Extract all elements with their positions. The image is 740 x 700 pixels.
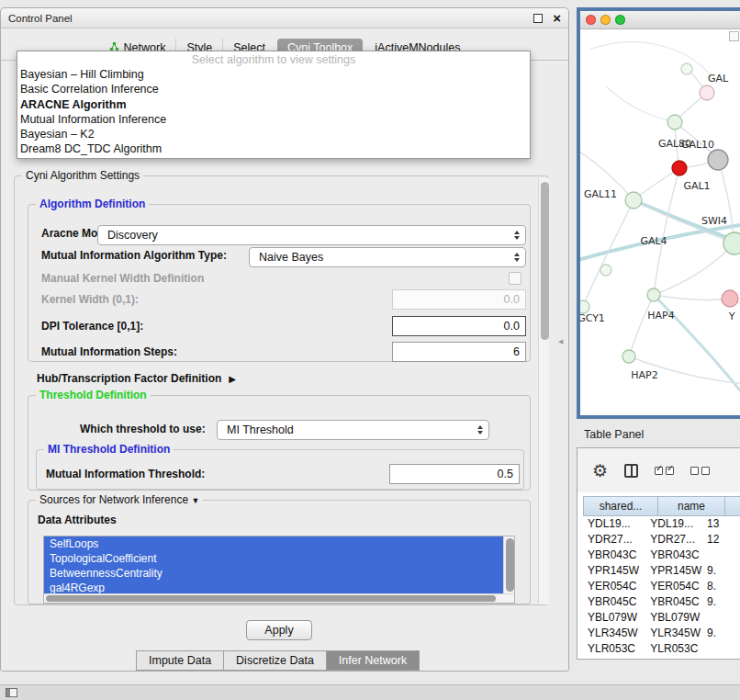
table-row[interactable]: YDL19...YDL19...13 <box>583 516 740 532</box>
table-cell: YBL079W <box>583 610 645 626</box>
table-row[interactable]: YBL079WYBL079W <box>583 610 740 626</box>
network-graph: GALGAL80GAL10GAL11GAL1SWI4GAL4GCY1HAP4YH… <box>580 29 740 415</box>
attribute-item-betweennesscentrality[interactable]: BetweennessCentrality <box>44 566 503 581</box>
attribute-item-topologicalcoefficient[interactable]: TopologicalCoefficient <box>44 551 503 566</box>
network-node[interactable] <box>580 300 589 313</box>
settings-scrollbar-thumb[interactable] <box>541 182 549 340</box>
expand-right-triangle-icon[interactable]: ▶ <box>229 374 236 384</box>
collapse-down-triangle-icon[interactable]: ▼ <box>191 496 199 505</box>
apply-button[interactable]: Apply <box>246 620 312 640</box>
aracne-mode-select[interactable]: Discovery <box>97 225 526 245</box>
attribute-item-selfloops[interactable]: SelfLoops <box>44 536 503 551</box>
table-cell: YBL079W <box>645 610 702 626</box>
list-vertical-scrollbar[interactable] <box>503 536 514 595</box>
table-cell: YLR345W <box>583 626 645 641</box>
which-threshold-label: Which threshold to use: <box>80 419 206 439</box>
network-node[interactable] <box>667 115 682 130</box>
network-node[interactable] <box>600 265 611 276</box>
algorithm-option-aracne-algorithm[interactable]: ARACNE Algorithm <box>17 97 530 112</box>
table-cell: YLR053C <box>583 641 645 657</box>
table-cell: YPR145W <box>583 563 645 579</box>
table-cell: YLR053C <box>645 641 702 657</box>
panel-toggle-icon[interactable] <box>6 688 17 697</box>
kernel-width-input[interactable] <box>392 289 526 310</box>
algorithm-option-basic-correlation-inference[interactable]: Basic Correlation Inference <box>17 82 530 96</box>
list-horizontal-scrollbar[interactable] <box>44 593 515 603</box>
bottom-tab-infer-network[interactable]: Infer Network <box>326 650 420 671</box>
sources-group-title: Sources for Network Inference ▼ <box>36 493 203 508</box>
dpi-tolerance-input[interactable] <box>392 316 526 336</box>
network-node-label: GAL10 <box>681 139 714 151</box>
algorithm-option-mutual-information-inference[interactable]: Mutual Information Inference <box>17 112 530 127</box>
table-row[interactable]: YPR145WYPR145W9. <box>583 563 740 579</box>
screen: Control Panel × NetworkStyleSelectCyni T… <box>0 0 740 700</box>
table-row[interactable]: YBR043CYBR043C <box>583 548 740 563</box>
table-cell: 13 <box>702 516 740 532</box>
bottom-tab-discretize-data[interactable]: Discretize Data <box>223 650 327 671</box>
network-node[interactable] <box>625 192 642 209</box>
gear-icon[interactable]: ⚙ <box>592 462 608 480</box>
algorithm-option-dream8-dc-tdc-algorithm[interactable]: Dream8 DC_TDC Algorithm <box>17 141 530 156</box>
settings-scrollbar[interactable] <box>538 178 549 604</box>
column-header-shared[interactable]: shared... <box>583 496 658 516</box>
table-row[interactable]: YLR345WYLR345W9. <box>583 626 740 641</box>
network-edge <box>629 295 654 356</box>
mi-steps-input[interactable] <box>392 342 526 362</box>
table-row[interactable]: YBR045CYBR045C9. <box>583 594 740 610</box>
table-cell: 9. <box>702 563 740 579</box>
close-traffic-light-icon[interactable] <box>586 15 596 25</box>
zoom-traffic-light-icon[interactable] <box>615 15 625 25</box>
canvas-scroll-corner <box>729 31 739 41</box>
mi-algorithm-type-value: Naive Bayes <box>259 251 509 264</box>
network-node-label: GAL <box>708 73 729 85</box>
deselect-all-checkboxes-icon[interactable] <box>690 467 710 475</box>
network-window-titlebar <box>580 11 740 29</box>
list-hscroll-thumb[interactable] <box>46 595 496 602</box>
table-row[interactable]: YLR053CYLR053C <box>583 641 740 657</box>
mi-algorithm-type-select[interactable]: Naive Bayes <box>249 247 526 267</box>
columns-icon[interactable] <box>624 464 638 478</box>
network-node[interactable] <box>700 85 714 100</box>
manual-kernel-width-label: Manual Kernel Width Definition <box>41 268 204 288</box>
hub-transcription-factor-section[interactable]: Hub/Transcription Factor Definition ▶ <box>37 368 236 389</box>
which-threshold-select[interactable]: MI Threshold <box>217 420 489 440</box>
network-node-label: GAL4 <box>640 235 667 247</box>
column-header-cut[interactable] <box>724 496 740 516</box>
algorithm-option-bayesian-k2[interactable]: Bayesian – K2 <box>17 127 530 141</box>
network-node[interactable] <box>622 350 635 363</box>
network-edge <box>654 295 730 300</box>
table-row[interactable]: YDR27...YDR27...12 <box>583 532 740 548</box>
select-all-checkboxes-icon[interactable] <box>655 467 674 475</box>
close-window-icon[interactable]: × <box>553 9 561 28</box>
mi-steps-label: Mutual Information Steps: <box>41 342 177 362</box>
algorithm-selection-popup: Select algorithm to view settings Bayesi… <box>17 51 531 159</box>
table-cell: 9. <box>702 594 740 610</box>
network-node[interactable] <box>722 290 738 307</box>
bottom-tab-impute-data[interactable]: Impute Data <box>136 650 224 671</box>
minimize-traffic-light-icon[interactable] <box>600 15 611 25</box>
network-node[interactable] <box>708 150 728 170</box>
network-node-label: Y <box>728 310 735 322</box>
cyni-algorithm-settings-group: Cyni Algorithm Settings Algorithm Defini… <box>14 175 549 605</box>
manual-kernel-width-checkbox[interactable] <box>509 272 521 285</box>
network-node[interactable] <box>672 161 687 175</box>
algorithm-definition-title: Algorithm Definition <box>36 198 149 211</box>
status-bar <box>0 684 740 700</box>
table-cell: YDL19... <box>645 516 702 532</box>
splitter-collapse-handle[interactable]: ◀ <box>558 338 563 345</box>
network-node[interactable] <box>723 232 740 254</box>
network-node[interactable] <box>647 288 660 301</box>
mi-threshold-input[interactable] <box>389 464 520 484</box>
table-cell: YBR043C <box>583 548 645 563</box>
data-attributes-list[interactable]: SelfLoopsTopologicalCoefficientBetweenne… <box>43 536 515 604</box>
attribute-items: SelfLoopsTopologicalCoefficientBetweenne… <box>44 536 514 595</box>
network-node[interactable] <box>681 63 692 74</box>
algorithm-option-bayesian-hill-climbing[interactable]: Bayesian – Hill Climbing <box>17 67 530 82</box>
list-vscroll-thumb[interactable] <box>506 538 514 592</box>
table-cell: 12 <box>702 532 740 548</box>
table-cell <box>702 641 740 657</box>
network-canvas[interactable]: GALGAL80GAL10GAL11GAL1SWI4GAL4GCY1HAP4YH… <box>580 29 740 415</box>
table-row[interactable]: YER054CYER054C8. <box>583 579 740 594</box>
float-window-icon[interactable] <box>533 14 543 23</box>
column-header-name[interactable]: name <box>657 496 725 516</box>
